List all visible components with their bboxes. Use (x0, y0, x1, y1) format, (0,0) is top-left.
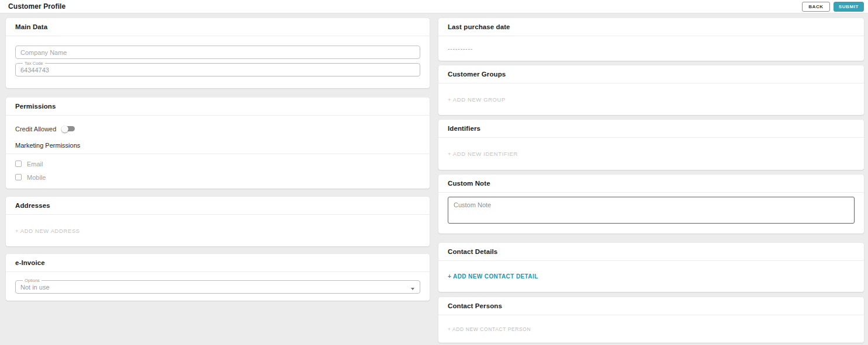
customer-groups-card: Customer Groups + ADD NEW GROUP (438, 65, 864, 115)
last-purchase-value: ---------- (448, 46, 473, 52)
permissions-card: Permissions Credit Allowed Marketing Per… (6, 97, 430, 189)
contact-persons-body: + ADD NEW CONTACT PERSON (438, 315, 864, 343)
contact-details-body: + ADD NEW CONTACT DETAIL (438, 261, 864, 292)
last-purchase-body: ---------- (438, 36, 864, 61)
credit-allowed-toggle[interactable] (61, 125, 75, 133)
tax-code-label: Tax Code (23, 61, 45, 66)
marketing-permissions-label: Marketing Permissions (15, 142, 420, 149)
identifiers-header: Identifiers (438, 120, 864, 138)
top-bar: Customer Profile BACK SUBMIT (0, 0, 868, 13)
toggle-thumb-icon (61, 126, 68, 133)
customer-groups-body: + ADD NEW GROUP (438, 83, 864, 115)
permissions-header: Permissions (6, 97, 430, 116)
add-new-identifier-button[interactable]: + ADD NEW IDENTIFIER (448, 151, 518, 157)
addresses-body: + ADD NEW ADDRESS (6, 215, 430, 246)
main-data-header: Main Data (6, 18, 430, 36)
e-invoice-body: Options Not in use (6, 272, 430, 294)
addresses-card: Addresses + ADD NEW ADDRESS (6, 197, 430, 246)
main-data-card: Main Data Tax Code 64344743 (6, 18, 430, 88)
content-area: Main Data Tax Code 64344743 Permissions … (0, 13, 868, 343)
add-new-contact-detail-button[interactable]: + ADD NEW CONTACT DETAIL (448, 273, 538, 280)
tax-code-value[interactable]: 64344743 (20, 66, 415, 74)
main-data-body: Tax Code 64344743 (6, 36, 430, 76)
permissions-body: Credit Allowed Marketing Permissions Ema… (6, 116, 430, 189)
mobile-checkbox-label: Mobile (27, 174, 46, 181)
submit-button[interactable]: SUBMIT (834, 2, 864, 12)
tax-code-field[interactable]: Tax Code 64344743 (15, 61, 420, 76)
page-title: Customer Profile (8, 2, 802, 11)
back-button[interactable]: BACK (802, 2, 830, 12)
credit-allowed-row: Credit Allowed (15, 125, 420, 133)
credit-allowed-label: Credit Allowed (15, 126, 56, 133)
options-select[interactable]: Options Not in use (15, 278, 420, 294)
email-permission-row: Email (15, 160, 420, 168)
e-invoice-header: e-Invoice (6, 254, 430, 272)
identifiers-card: Identifiers + ADD NEW IDENTIFIER (438, 120, 864, 170)
e-invoice-card: e-Invoice Options Not in use (6, 254, 430, 301)
last-purchase-header: Last purchase date (438, 18, 864, 36)
mobile-checkbox[interactable] (15, 174, 22, 180)
mobile-permission-row: Mobile (15, 173, 420, 181)
contact-persons-header: Contact Persons (438, 297, 864, 315)
marketing-divider (6, 154, 430, 154)
addresses-header: Addresses (6, 197, 430, 215)
contact-details-card: Contact Details + ADD NEW CONTACT DETAIL (438, 243, 864, 292)
customer-groups-header: Customer Groups (438, 65, 864, 83)
custom-note-body (438, 193, 864, 226)
left-column: Main Data Tax Code 64344743 Permissions … (6, 18, 430, 343)
email-checkbox[interactable] (15, 161, 22, 167)
company-name-input[interactable] (15, 46, 420, 59)
custom-note-card: Custom Note (438, 175, 864, 234)
last-purchase-card: Last purchase date ---------- (438, 18, 864, 61)
chevron-down-icon (411, 288, 414, 290)
custom-note-textarea[interactable] (448, 197, 855, 224)
email-checkbox-label: Email (27, 161, 43, 168)
options-value: Not in use (20, 283, 415, 291)
contact-details-header: Contact Details (438, 243, 864, 261)
add-new-group-button[interactable]: + ADD NEW GROUP (448, 96, 506, 103)
custom-note-header: Custom Note (438, 175, 864, 193)
identifiers-body: + ADD NEW IDENTIFIER (438, 138, 864, 170)
right-column: Last purchase date ---------- Customer G… (438, 18, 864, 343)
add-new-contact-person-button[interactable]: + ADD NEW CONTACT PERSON (448, 326, 531, 332)
options-label: Options (23, 278, 42, 283)
add-new-address-button[interactable]: + ADD NEW ADDRESS (15, 228, 80, 234)
contact-persons-card: Contact Persons + ADD NEW CONTACT PERSON (438, 297, 864, 343)
